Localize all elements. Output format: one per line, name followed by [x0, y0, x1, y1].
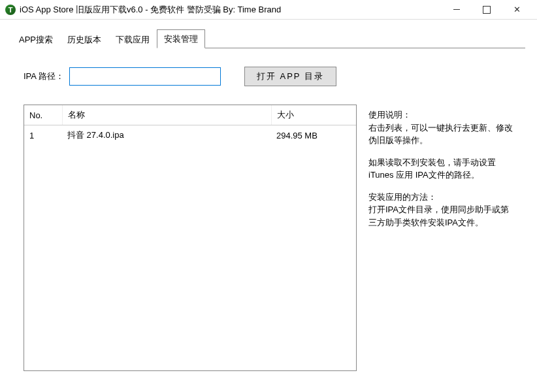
cell-name: 抖音 27.4.0.ipa: [62, 125, 271, 146]
app-icon: T: [5, 5, 16, 15]
main-row: No. 名称 大小 1 抖音 27.4.0.ipa 294.95 MB: [24, 105, 513, 371]
tabs: APP搜索 历史版本 下载应用 安装管理: [12, 31, 525, 48]
tab-download-app[interactable]: 下载应用: [108, 30, 157, 48]
tab-app-search[interactable]: APP搜索: [12, 30, 60, 48]
tab-install-manage[interactable]: 安装管理: [157, 29, 205, 48]
cell-size: 294.95 MB: [271, 125, 356, 146]
help-p2: 如果读取不到安装包，请手动设置 iTunes 应用 IPA文件的路径。: [368, 156, 513, 182]
ipa-path-input[interactable]: [69, 67, 221, 86]
open-app-dir-button[interactable]: 打开 APP 目录: [244, 67, 336, 86]
minimize-button[interactable]: [442, 0, 472, 20]
window-controls: [442, 0, 532, 20]
cell-no: 1: [24, 125, 62, 146]
ipa-path-label: IPA 路径：: [24, 71, 64, 82]
install-manage-panel: IPA 路径： 打开 APP 目录 No. 名称 大小 1: [12, 48, 525, 383]
titlebar: T iOS App Store 旧版应用下载v6.0 - 免费软件 警防受骗 B…: [0, 0, 537, 20]
content-area: APP搜索 历史版本 下载应用 安装管理 IPA 路径： 打开 APP 目录 N…: [0, 20, 537, 383]
help-p3: 安装应用的方法：打开IPA文件目录，使用同步助手或第三方助手类软件安装IPA文件…: [368, 191, 513, 229]
table-header-size[interactable]: 大小: [271, 105, 356, 125]
ipa-table[interactable]: No. 名称 大小 1 抖音 27.4.0.ipa 294.95 MB: [24, 105, 357, 371]
table-row[interactable]: 1 抖音 27.4.0.ipa 294.95 MB: [24, 125, 356, 146]
window-title: iOS App Store 旧版应用下载v6.0 - 免费软件 警防受骗 By:…: [20, 4, 442, 16]
help-p1: 使用说明：右击列表，可以一键执行去更新、修改伪旧版等操作。: [368, 108, 513, 147]
table-header-name[interactable]: 名称: [62, 105, 271, 125]
table-header-no[interactable]: No.: [24, 105, 62, 125]
path-row: IPA 路径： 打开 APP 目录: [24, 67, 513, 86]
tab-history-version[interactable]: 历史版本: [60, 30, 108, 48]
help-text: 使用说明：右击列表，可以一键执行去更新、修改伪旧版等操作。 如果读取不到安装包，…: [368, 105, 513, 371]
close-button[interactable]: [502, 0, 532, 20]
maximize-button[interactable]: [472, 0, 502, 20]
